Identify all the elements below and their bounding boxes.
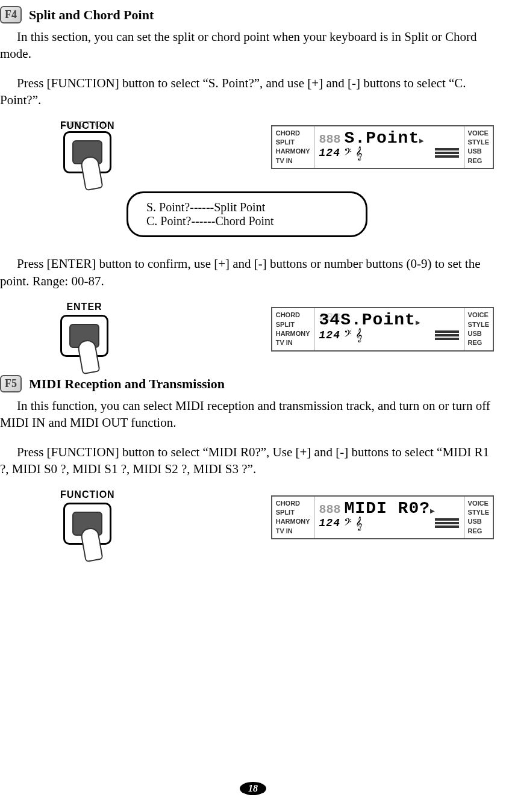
lcd-label-reg: REG [468, 338, 489, 347]
lcd-label-usb: USB [468, 147, 489, 156]
lcd-label-reg: REG [468, 527, 489, 536]
f4-instr2: Press [ENTER] button to confirm, use [+]… [0, 255, 494, 290]
triangle-right-icon: ▶ [419, 137, 424, 144]
function-button-diagram-1: FUNCTION FUNCTION [60, 120, 115, 173]
lcd-label-voice: VOICE [468, 499, 489, 508]
enter-button-diagram: ENTER [60, 302, 108, 357]
f5-instr1: Press [FUNCTION] button to select “MIDI … [0, 444, 494, 478]
lcd-main-text-2: S.Point [340, 311, 416, 329]
treble-clef-icon: 𝄞 [355, 146, 363, 160]
lcd-label-tvin: TV IN [276, 338, 310, 347]
lcd-bars-icon [435, 330, 459, 340]
triangle-right-icon: ▶ [430, 507, 435, 514]
lcd-tempo-2: 124 [319, 329, 340, 341]
lcd-label-voice: VOICE [468, 129, 489, 138]
section-f4-header: F4 Split and Chord Point [0, 6, 494, 23]
lcd-label-split: SPLIT [276, 138, 310, 147]
treble-clef-icon: 𝄞 [355, 328, 363, 342]
function-button-diagram-2: FUNCTION [60, 489, 115, 545]
lcd-label-reg: REG [468, 157, 489, 166]
legend-line-2: C. Point?------Chord Point [146, 214, 348, 228]
figure-row-3: FUNCTION CHORD SPLIT HARMONY TV IN 888 M… [60, 489, 494, 545]
lcd-tempo-1: 124 [319, 147, 340, 159]
lcd-seg-digits: 888 [319, 132, 341, 146]
button-press-icon [63, 503, 111, 545]
bass-clef-icon: 𝄢 [344, 146, 352, 160]
lcd-label-chord: CHORD [276, 129, 310, 138]
f5-intro: In this function, you can select MIDI re… [0, 397, 494, 432]
lcd-label-split: SPLIT [276, 320, 310, 329]
section-f5-title: MIDI Reception and Transmission [29, 376, 225, 392]
legend-line-1: S. Point?------Split Point [146, 200, 348, 214]
lcd-label-style: STYLE [468, 508, 489, 517]
lcd-label-chord: CHORD [276, 499, 310, 508]
lcd-main-text-1: S.Point [345, 129, 420, 147]
figure-row-2: ENTER CHORD SPLIT HARMONY TV IN 888 34 S… [60, 302, 494, 357]
lcd-right-labels: VOICE STYLE USB REG [464, 308, 493, 350]
lcd-label-style: STYLE [468, 138, 489, 147]
figure-row-1: FUNCTION FUNCTION CHORD SPLIT HARMONY TV… [60, 120, 494, 173]
lcd-main-text-3: MIDI R0? [345, 499, 430, 518]
triangle-right-icon: ▶ [416, 319, 420, 326]
lcd-label-style: STYLE [468, 320, 489, 329]
badge-f5: F5 [0, 375, 22, 392]
lcd-center: 888 S.Point ▶ 124 𝄢 𝄞 [314, 126, 464, 169]
lcd-right-labels: VOICE STYLE USB REG [464, 497, 493, 539]
lcd-left-labels: CHORD SPLIT HARMONY TV IN [272, 126, 314, 169]
lcd-bars-icon [435, 518, 459, 528]
badge-f4: F4 [0, 6, 22, 23]
lcd-left-labels: CHORD SPLIT HARMONY TV IN [272, 308, 314, 350]
lcd-label-tvin: TV IN [276, 157, 310, 166]
legend-box: S. Point?------Split Point C. Point?----… [126, 191, 367, 237]
treble-clef-icon: 𝄞 [355, 516, 363, 530]
bass-clef-icon: 𝄢 [344, 516, 352, 530]
lcd-label-chord: CHORD [276, 311, 310, 320]
function-label: FUNCTION [60, 489, 115, 500]
lcd-bars-icon [435, 148, 459, 158]
lcd-label-voice: VOICE [468, 311, 489, 320]
lcd-label-harmony: HARMONY [276, 517, 310, 526]
lcd-label-tvin: TV IN [276, 527, 310, 536]
lcd-display-2: CHORD SPLIT HARMONY TV IN 888 34 S.Point… [271, 307, 494, 352]
lcd-label-harmony: HARMONY [276, 329, 310, 338]
lcd-seg-digits-2: 34 [319, 311, 341, 329]
lcd-right-labels: VOICE STYLE USB REG [464, 126, 493, 169]
function-label: FUNCTION [60, 120, 115, 131]
section-f4-title: Split and Chord Point [29, 7, 154, 23]
f4-intro: In this section, you can set the split o… [0, 28, 494, 63]
lcd-label-usb: USB [468, 517, 489, 526]
lcd-seg-digits-3: 888 [319, 503, 341, 516]
lcd-left-labels: CHORD SPLIT HARMONY TV IN [272, 497, 314, 539]
enter-label: ENTER [66, 302, 102, 312]
button-press-icon [60, 315, 108, 357]
lcd-label-harmony: HARMONY [276, 147, 310, 156]
lcd-label-usb: USB [468, 329, 489, 338]
lcd-display-1: CHORD SPLIT HARMONY TV IN 888 S.Point ▶ … [271, 125, 494, 170]
lcd-tempo-3: 124 [319, 517, 340, 529]
lcd-center: 888 MIDI R0? ▶ 124 𝄢 𝄞 [314, 497, 464, 539]
section-f5-header: F5 MIDI Reception and Transmission [0, 375, 494, 392]
lcd-center: 888 34 S.Point ▶ 124 𝄢 𝄞 [314, 308, 464, 350]
page-number: 18 [240, 782, 266, 795]
f4-instr1: Press [FUNCTION] button to select “S. Po… [0, 75, 494, 109]
button-press-icon [63, 131, 111, 173]
lcd-display-3: CHORD SPLIT HARMONY TV IN 888 MIDI R0? ▶… [271, 495, 494, 540]
lcd-label-split: SPLIT [276, 508, 310, 517]
bass-clef-icon: 𝄢 [344, 328, 352, 342]
